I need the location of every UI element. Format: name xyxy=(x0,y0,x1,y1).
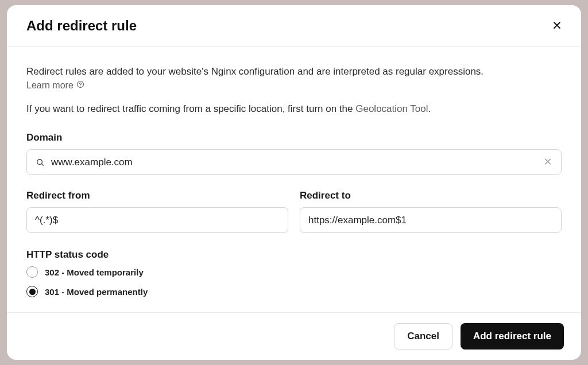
search-icon xyxy=(36,158,44,166)
radio-label: 301 - Moved permanently xyxy=(45,287,148,297)
geo-suffix: . xyxy=(428,103,431,114)
modal-footer: Cancel Add redirect rule xyxy=(7,312,581,360)
status-option-301[interactable]: 301 - Moved permanently xyxy=(26,286,562,297)
add-redirect-rule-button[interactable]: Add redirect rule xyxy=(461,323,564,350)
svg-point-2 xyxy=(77,81,83,88)
redirect-to-col: Redirect to xyxy=(300,190,562,233)
geolocation-tool-link[interactable]: Geolocation Tool xyxy=(355,103,428,114)
description-text: Redirect rules are added to your website… xyxy=(26,64,562,79)
cancel-button[interactable]: Cancel xyxy=(394,323,452,350)
close-icon xyxy=(552,21,562,32)
redirect-to-input[interactable] xyxy=(300,207,562,233)
clear-domain-button[interactable] xyxy=(541,155,554,169)
radio-label: 302 - Moved temporarily xyxy=(45,267,144,277)
status-option-302[interactable]: 302 - Moved temporarily xyxy=(26,266,562,278)
redirect-to-label: Redirect to xyxy=(300,190,562,201)
help-icon xyxy=(76,80,84,91)
domain-label: Domain xyxy=(26,132,562,143)
learn-more-link[interactable]: Learn more xyxy=(26,80,84,91)
redirect-from-label: Redirect from xyxy=(26,190,288,201)
redirect-row: Redirect from Redirect to xyxy=(26,190,562,233)
modal-title: Add redirect rule xyxy=(26,18,137,34)
geo-prefix: If you want to redirect traffic coming f… xyxy=(26,103,355,114)
radio-icon xyxy=(26,266,38,278)
modal-body: Redirect rules are added to your website… xyxy=(7,47,581,312)
domain-input[interactable] xyxy=(51,150,538,174)
add-redirect-rule-modal: Add redirect rule Redirect rules are add… xyxy=(7,5,581,360)
close-button[interactable] xyxy=(550,18,564,34)
status-code-label: HTTP status code xyxy=(26,249,562,261)
redirect-from-col: Redirect from xyxy=(26,190,288,233)
radio-icon-selected xyxy=(26,286,38,297)
clear-icon xyxy=(544,157,552,167)
domain-field-wrapper xyxy=(26,149,562,175)
learn-more-label: Learn more xyxy=(26,80,74,91)
svg-line-5 xyxy=(42,164,44,165)
redirect-from-input[interactable] xyxy=(26,207,288,233)
modal-header: Add redirect rule xyxy=(7,5,581,47)
radio-dot xyxy=(29,289,36,295)
status-code-radio-group: 302 - Moved temporarily 301 - Moved perm… xyxy=(26,266,562,297)
geolocation-hint: If you want to redirect traffic coming f… xyxy=(26,103,562,115)
svg-point-3 xyxy=(80,86,80,87)
